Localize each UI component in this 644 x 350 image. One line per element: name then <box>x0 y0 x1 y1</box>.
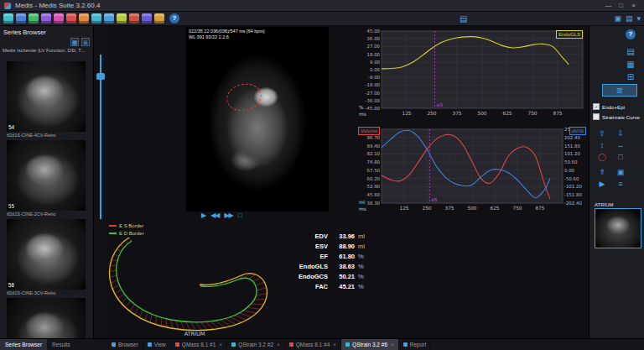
checkbox-icon[interactable]: ✓ <box>593 103 600 110</box>
app-tab-qstrain-3-2-6[interactable]: QStrain 3.2 #6× <box>341 339 399 350</box>
svg-text:%: % <box>359 105 364 110</box>
export-results-icon[interactable]: ⇑ <box>595 167 610 177</box>
tab-close-icon[interactable]: × <box>333 342 336 347</box>
image-viewport[interactable]: 022/35 22 036(036)/547 ms [64 bpm] WL 39… <box>186 27 329 212</box>
tab-close-icon[interactable]: × <box>277 342 280 347</box>
skip-start-icon[interactable]: ◀◀ <box>210 212 219 219</box>
series-thumbnail-image[interactable] <box>7 298 86 338</box>
main-area: Series Browser ▦ ≣ Medis Ischemie (LV Fu… <box>0 26 644 338</box>
svg-text:45.60: 45.60 <box>367 192 381 197</box>
tab-close-icon[interactable]: × <box>219 342 222 347</box>
endo-epi-checkbox[interactable]: ✓ Endo+Epi <box>593 103 644 110</box>
analysis-settings-icon[interactable]: ≣ <box>602 84 637 97</box>
series-thumbnail[interactable]: 54 tf2d1S-CINE-4CV-Retro <box>7 61 87 138</box>
panel-tab-series-browser[interactable]: Series Browser <box>0 339 47 350</box>
app-tab-qmass-8-1-4[interactable]: QMass 8.1 #4× <box>285 339 341 350</box>
minimize-icon[interactable]: — <box>602 0 615 11</box>
film-strip-icon[interactable]: ▤ <box>624 46 637 57</box>
report-icon[interactable]: ≡ <box>613 179 628 189</box>
atrium-strain-drawing[interactable]: ATRIUM <box>101 221 302 338</box>
contour-expand-icon[interactable]: ↕ <box>595 140 610 150</box>
settings-icon[interactable] <box>154 13 164 24</box>
result-label: FAC <box>289 283 328 290</box>
mri-image[interactable] <box>186 27 329 212</box>
svg-text:0.00: 0.00 <box>564 168 575 173</box>
qangio-xa-icon[interactable] <box>79 13 89 24</box>
series-thumbnail-image[interactable]: 54 <box>7 61 86 132</box>
layout-icon[interactable]: ▤ <box>626 13 633 24</box>
play-analysis-icon[interactable]: ▶ <box>595 179 610 189</box>
snapshot-icon[interactable]: ▣ <box>614 13 621 24</box>
app-tab-report[interactable]: Report <box>399 339 432 350</box>
q3d-icon[interactable] <box>104 13 114 24</box>
sidebar-checkboxes: ✓ Endo+Epi Strainrate Curve <box>589 103 644 123</box>
svg-text:-45.00: -45.00 <box>366 106 381 111</box>
grid-layout-icon[interactable]: ▦ <box>624 59 637 70</box>
contour-erode-icon[interactable]: ⇩ <box>613 128 628 138</box>
panel-tab-results[interactable]: Results <box>47 339 75 350</box>
roi-box-icon[interactable]: □ <box>613 152 628 162</box>
svg-text:500: 500 <box>477 111 486 116</box>
app-tab-browser[interactable]: Browser <box>107 339 143 350</box>
series-thumbnail[interactable]: 55 tf2d1S-CINE-2CV-Retro <box>7 140 87 217</box>
medis-logo-icon <box>4 3 11 9</box>
reporting-icon[interactable] <box>129 13 139 24</box>
svg-text:-151.80: -151.80 <box>564 192 582 197</box>
app-tab-qstrain-3-2-2[interactable]: QStrain 3.2 #2× <box>227 339 285 350</box>
contour-shift-icon[interactable]: ↔ <box>613 140 628 150</box>
sidebar-help-icon[interactable]: ? <box>626 29 636 39</box>
volume-legend-chip[interactable]: Volume <box>358 127 380 135</box>
series-thumbnail-image[interactable]: 56 <box>7 219 86 290</box>
slider-handle[interactable] <box>96 73 105 80</box>
series-number: 56 <box>8 282 14 288</box>
atrium-series-thumbnail[interactable] <box>595 208 641 248</box>
qmass-icon[interactable] <box>29 13 39 24</box>
qar-icon[interactable] <box>117 13 127 24</box>
contour-dilate-icon[interactable]: ⇧ <box>595 128 610 138</box>
endogls-legend-chip[interactable]: EndoGLS <box>556 30 583 39</box>
strainrate-curve-checkbox[interactable]: Strainrate Curve <box>593 113 644 120</box>
result-label: EndoGLS <box>289 263 328 270</box>
add-panel-icon[interactable]: ⊞ <box>624 71 637 82</box>
hanging-protocol-icon[interactable]: ▤ <box>460 13 467 24</box>
svg-text:750: 750 <box>527 111 537 116</box>
result-value: 50.21 <box>331 273 355 280</box>
result-value: 88.90 <box>331 243 355 250</box>
viewer-icon[interactable] <box>16 13 26 24</box>
qivus-icon[interactable] <box>91 13 101 24</box>
dropdown-caret-icon[interactable]: ▾ <box>636 13 641 24</box>
study-manager-icon[interactable] <box>3 13 13 24</box>
toolbar-right: ▣▤▾ <box>614 13 641 24</box>
series-thumbnail-image[interactable]: 55 <box>7 140 86 211</box>
series-thumbnail[interactable] <box>7 298 87 338</box>
fullscreen-icon[interactable]: □ <box>238 212 242 219</box>
strain-chart[interactable]: 12525037550062575087545.0036.0027.0018.0… <box>356 28 588 123</box>
checkbox-icon[interactable] <box>593 113 600 120</box>
qtavi-icon[interactable] <box>66 13 76 24</box>
app-tab-view[interactable]: View <box>143 339 171 350</box>
qflow-icon[interactable] <box>41 13 51 24</box>
export-icon[interactable] <box>142 13 152 24</box>
delete-contour-icon[interactable]: ◯ <box>595 152 610 162</box>
medis-suite-window: Medis - Medis Suite 3.2.60.4 — □ × ? ▤ ▣… <box>0 0 644 350</box>
close-icon[interactable]: × <box>627 0 640 11</box>
svg-text:96.70: 96.70 <box>367 135 381 140</box>
dvdt-legend-chip[interactable]: dV/dt <box>569 127 586 135</box>
app-tab-icon <box>175 342 179 347</box>
series-label: tf2d1S-CINE-3CV-Retro <box>7 290 87 295</box>
qstrain-icon[interactable] <box>54 13 64 24</box>
svg-text:50.60: 50.60 <box>564 159 578 165</box>
series-thumbnail[interactable]: 56 tf2d1S-CINE-3CV-Retro <box>7 219 87 295</box>
thumbnail-view-icon[interactable]: ▦ <box>70 38 79 46</box>
svg-text:eS: eS <box>431 197 438 202</box>
maximize-icon[interactable]: □ <box>615 0 627 11</box>
app-tab-qmass-8-1-1[interactable]: QMass 8.1 #1× <box>171 339 227 350</box>
volume-chart[interactable]: 125250375500625750875104.0096.7089.4082.… <box>356 126 588 222</box>
result-value: 33.96 <box>331 232 355 240</box>
tab-close-icon[interactable]: × <box>391 342 394 347</box>
series-snapshot-icon[interactable]: ▣ <box>613 167 628 177</box>
help-icon[interactable]: ? <box>169 13 179 24</box>
play-icon[interactable]: ▶ <box>201 212 205 219</box>
list-view-icon[interactable]: ≣ <box>81 38 90 46</box>
skip-end-icon[interactable]: ▶▶ <box>224 212 232 219</box>
